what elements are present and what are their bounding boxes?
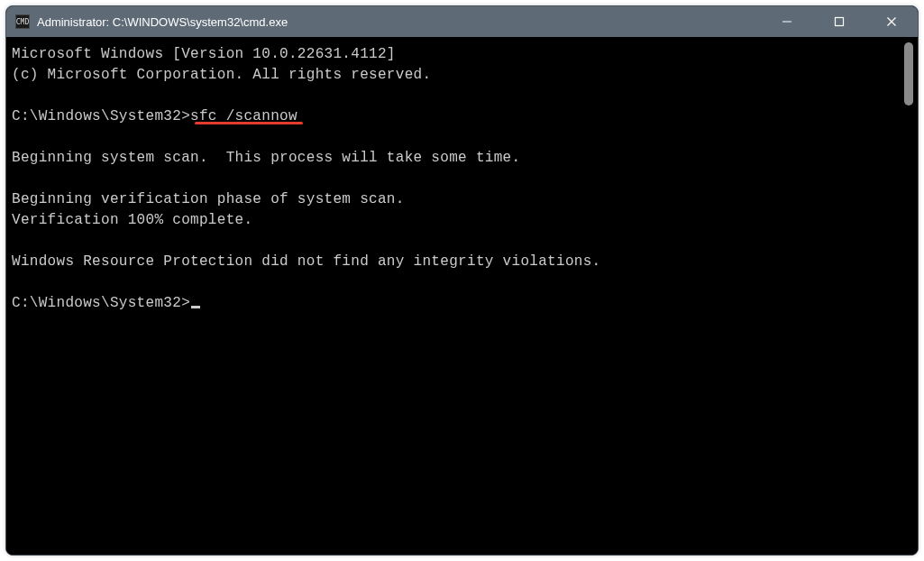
console-line: Windows Resource Protection did not find… (12, 253, 601, 270)
svg-rect-1 (836, 18, 844, 26)
cursor-icon (191, 306, 200, 308)
cmd-icon: CMD (15, 14, 30, 29)
minimize-button[interactable] (761, 6, 813, 37)
close-button[interactable] (865, 6, 918, 37)
maximize-button[interactable] (813, 6, 865, 37)
minimize-icon (782, 16, 792, 27)
cmd-window: CMD Administrator: C:\WINDOWS\system32\c… (5, 5, 919, 556)
console-output: Microsoft Windows [Version 10.0.22631.41… (12, 44, 912, 314)
maximize-icon (834, 16, 845, 27)
console-client-area[interactable]: Microsoft Windows [Version 10.0.22631.41… (6, 37, 918, 555)
annotation-underline (195, 122, 303, 124)
scrollbar-thumb[interactable] (904, 42, 913, 106)
console-line: Beginning verification phase of system s… (12, 191, 405, 207)
close-icon (886, 16, 897, 27)
titlebar[interactable]: CMD Administrator: C:\WINDOWS\system32\c… (6, 6, 918, 37)
cmd-icon-label: CMD (16, 18, 29, 26)
scrollbar-track[interactable] (902, 42, 915, 547)
console-line: Microsoft Windows [Version 10.0.22631.41… (12, 46, 396, 62)
console-line: Verification 100% complete. (12, 212, 252, 228)
console-prompt: C:\Windows\System32> (12, 295, 190, 311)
console-line: (c) Microsoft Corporation. All rights re… (12, 67, 431, 83)
console-line: Beginning system scan. This process will… (12, 150, 520, 166)
window-title: Administrator: C:\WINDOWS\system32\cmd.e… (37, 15, 288, 29)
console-prompt: C:\Windows\System32> (12, 108, 190, 124)
